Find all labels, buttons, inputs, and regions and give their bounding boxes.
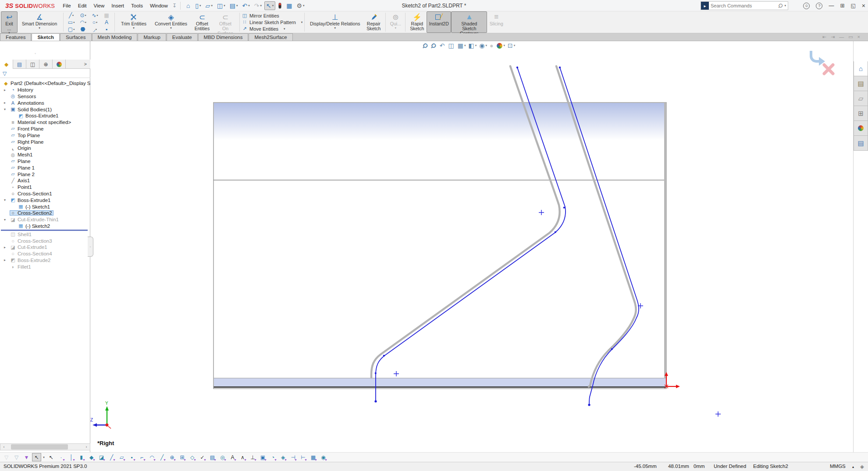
expand-arrow-icon[interactable]: ▾ <box>0 198 10 202</box>
tree-item-part[interactable]: ◆ Part2 (Default<<Default>_Display S <box>0 80 90 87</box>
trim-entities-button[interactable]: Trim Entities ▾ <box>117 11 151 33</box>
model-right-silhouette[interactable] <box>664 103 667 378</box>
cancel-sketch-icon[interactable] <box>824 65 833 74</box>
polygon-tool-icon[interactable] <box>77 26 89 33</box>
mirror-entities-button[interactable]: ◫ Mirror Entities <box>242 13 302 19</box>
panel-flyout-handle[interactable]: ◦ <box>88 237 93 257</box>
display-style-icon[interactable]: ◧ ▾ <box>469 42 477 49</box>
filter-lines-icon[interactable]: │ ▼ <box>67 453 76 461</box>
tab-features[interactable]: Features <box>0 33 31 41</box>
tree-item-boss-extrude1[interactable]: ▾ ◩ Boss-Extrude1 <box>0 197 90 203</box>
expand-arrow-icon[interactable]: ▸ <box>0 101 10 105</box>
save-icon[interactable]: ◫▾ <box>215 1 227 10</box>
minimize-doc-icon[interactable]: — <box>839 34 844 40</box>
tree-item-cross-section3[interactable]: ○ Cross-Section3 <box>0 237 90 244</box>
tree-item-plane[interactable]: ▱ Plane <box>0 158 90 165</box>
tab-mbd-dimensions[interactable]: MBD Dimensions <box>198 33 249 41</box>
filter-origins-icon[interactable]: ⊕ ▼ <box>167 453 177 461</box>
undo-icon[interactable]: ↶▾ <box>240 1 251 10</box>
tree-item-cross-section1[interactable]: ○ Cross-Section1 <box>0 191 90 197</box>
filter-decals-icon[interactable]: ◈ ▼ <box>278 453 288 461</box>
confirm-exit-sketch-icon[interactable] <box>811 51 825 66</box>
previous-view-icon[interactable]: ↶ <box>440 42 446 49</box>
line-tool-icon[interactable]: ╱▾ <box>65 12 77 19</box>
tree-filter-icon[interactable]: ▽ <box>3 71 7 77</box>
filter-planes-icon[interactable]: ▱ ▼ <box>117 453 126 461</box>
search-commands-box[interactable]: ▸ Ϙ ▾ <box>701 1 788 10</box>
sketch-origin[interactable] <box>665 372 680 388</box>
expand-arrow-icon[interactable]: ▸ <box>0 258 10 262</box>
smart-dimension-button[interactable]: ∡ Smart Dimension ▾ <box>18 11 61 33</box>
menu-window[interactable]: Window <box>146 1 171 10</box>
ellipse-tool-icon[interactable]: ○▾ <box>89 19 101 26</box>
hide-show-items-icon[interactable]: ◉ ▾ <box>479 42 487 49</box>
tree-item-top-plane[interactable]: ▱ Top Plane <box>0 132 90 138</box>
filter-section-lines-icon[interactable]: ◔ ▼ <box>268 453 277 461</box>
filter-edges-icon[interactable]: ╱ ▼ <box>107 453 116 461</box>
tree-item-point1[interactable]: ◦ Point1 <box>0 184 90 191</box>
exit-sketch-button[interactable]: ↩ Exit ... ▾ <box>1 11 18 33</box>
tree-item-material[interactable]: ≡ Material <not specified> <box>0 119 90 126</box>
tree-item-plane2[interactable]: ▱ Plane 2 <box>0 171 90 177</box>
fillet-tool-icon[interactable]: ◞▾ <box>89 26 101 33</box>
filter-routing-points-icon[interactable]: ⊢ ▼ <box>299 453 308 461</box>
apply-scene-icon[interactable]: ▾ <box>497 43 505 49</box>
filter-faces-icon[interactable]: ▮ ▼ <box>77 453 86 461</box>
units-caret-icon[interactable]: ▴ <box>852 465 854 469</box>
restore-doc-icon[interactable]: ▭ <box>848 34 853 40</box>
tree-filter-row[interactable]: ▽ <box>0 69 90 78</box>
tree-item-cut-extrude-thin1[interactable]: ▾ ◪ Cut-Extrude-Thin1 <box>0 216 90 223</box>
close-window-icon[interactable]: × <box>862 2 865 9</box>
arc-tool-icon[interactable]: ◠▾ <box>77 19 89 26</box>
restore-window-icon[interactable]: ◱ <box>850 3 855 9</box>
filter-vertices-icon[interactable]: ▪ ▼ <box>127 453 136 461</box>
zoom-to-area-icon[interactable]: Ϙ <box>431 42 437 49</box>
scrollbar-thumb[interactable] <box>11 444 68 450</box>
tree-item-sensors[interactable]: ◎ Sensors <box>0 93 90 100</box>
rectangle-tool-icon[interactable]: ▭▾ <box>65 19 77 26</box>
featuremanager-tab[interactable]: ◆ <box>0 60 13 69</box>
tab-sketch[interactable]: Sketch <box>32 33 60 41</box>
view-palette-tab[interactable]: ⊞ <box>854 106 868 121</box>
filter-solids-icon[interactable]: ◪ ▼ <box>97 453 106 461</box>
tab-mesh-modeling[interactable]: Mesh Modeling <box>92 33 138 41</box>
tree-item-sketch1[interactable]: ▦ (-) Sketch1 <box>0 203 90 210</box>
section-view-icon[interactable]: ◫ <box>448 42 455 49</box>
filter-sketch-contours-icon[interactable]: ◠ ▼ <box>147 453 157 461</box>
expand-arrow-icon[interactable]: ▸ <box>0 245 10 249</box>
grid-settings-icon[interactable]: ▦ <box>285 1 294 10</box>
expand-arrow-icon[interactable]: ▾ <box>0 107 10 111</box>
configurationmanager-tab[interactable]: ◫ <box>26 60 39 69</box>
tree-item-axis1[interactable]: ╱ Axis1 <box>0 177 90 184</box>
file-explorer-tab[interactable]: ▱ <box>854 91 868 106</box>
tree-item-origin[interactable]: ⌞ Origin <box>0 145 90 152</box>
panel-resize-dot[interactable]: ◦ <box>35 51 36 56</box>
filter-sketch-segments-icon[interactable]: ╱ ▼ <box>157 453 167 461</box>
spline-tool-icon[interactable]: ∿▾ <box>89 12 101 19</box>
dock-left-icon[interactable]: ⇤ <box>822 34 826 40</box>
filter-coordinate-systems-icon[interactable]: ⊞ ▼ <box>178 453 187 461</box>
propertymanager-tab[interactable]: ▤ <box>13 60 26 69</box>
move-entities-button[interactable]: ↗ Move Entities ▾ <box>242 26 302 32</box>
scroll-right-icon[interactable]: › <box>83 445 90 449</box>
tab-mesh2surface[interactable]: Mesh2Surface <box>249 33 292 41</box>
sketch-pattern-icon[interactable]: ▦ <box>101 12 113 19</box>
filter-surfaces-icon[interactable]: ◆ ▼ <box>87 453 96 461</box>
scroll-left-icon[interactable]: ‹ <box>0 445 7 449</box>
dimxpertmanager-tab[interactable]: ⊕ <box>39 60 53 69</box>
tree-item-boss-extrude1-body[interactable]: ◩ Boss-Extrude1 <box>0 113 90 119</box>
filter-annotations-icon[interactable]: A ▼ <box>228 453 237 461</box>
minimize-window-icon[interactable]: — <box>829 3 834 9</box>
displaymanager-tab[interactable] <box>53 60 66 69</box>
zoom-to-fit-icon[interactable]: Ϙ <box>423 42 429 49</box>
filter-mates-icon[interactable]: ◉ ▼ <box>319 453 328 461</box>
circle-tool-icon[interactable]: ⊙▾ <box>77 12 89 19</box>
expand-arrow-icon[interactable]: ▾ <box>0 218 10 222</box>
search-dropdown-icon[interactable]: ▾ <box>784 4 786 7</box>
repair-sketch-button[interactable]: Repair Sketch <box>363 11 384 33</box>
filter-weld-symbols-icon[interactable]: ∧ ▼ <box>238 453 247 461</box>
tree-item-cut-extrude1[interactable]: ▸ ◪ Cut-Extrude1 <box>0 244 90 251</box>
print-icon[interactable]: ▤▾ <box>228 1 240 10</box>
filter-reference-points-icon[interactable]: ◇ ▼ <box>188 453 197 461</box>
shaded-sketch-contours-button[interactable]: ▲ Shaded Sketch Contours <box>451 11 487 33</box>
